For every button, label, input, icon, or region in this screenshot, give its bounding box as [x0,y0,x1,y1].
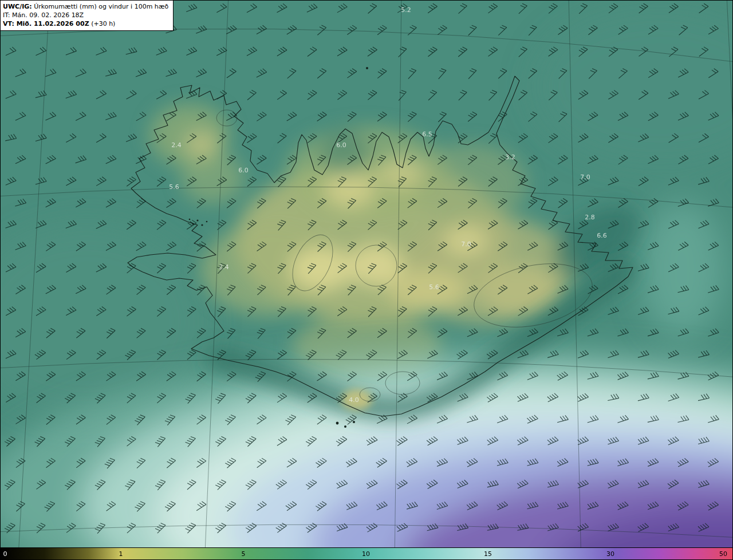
model-name: UWC/IG: [3,3,32,10]
precipitation-wind-map: 5.26.56.02.43.26.07.05.62.86.67.02.45.64… [1,1,733,560]
map-value-label: 7.0 [461,240,471,248]
product-title: Úrkomumætti (mm) og vindur i 100m hæð [34,3,168,10]
colorbar-tick-labels: 01510153050 [1,548,732,559]
map-value-label: 3.2 [505,153,515,161]
colorbar-tick-label: 15 [484,550,492,558]
precipitation-colorbar: 01510153050 [1,547,732,559]
map-value-label: 2.4 [171,141,182,149]
colorbar-tick-label: 1 [119,550,123,558]
map-value-label: 5.2 [401,6,411,14]
valid-offset: (+30 h) [91,20,115,27]
map-value-label: 6.6 [597,232,607,239]
weather-map-page: 5.26.56.02.43.26.07.05.62.86.67.02.45.64… [0,0,733,560]
colorbar-tick-label: 50 [719,550,727,558]
map-value-label: 6.0 [238,167,249,174]
map-value-label: 6.0 [336,141,346,149]
map-value-label: 6.5 [422,131,432,138]
colorbar-tick-label: 0 [3,550,7,558]
valid-time: VT: Mið. 11.02.2026 00Z [3,20,89,27]
colorbar-tick-label: 10 [362,550,370,558]
map-value-label: 4.0 [349,396,359,404]
model-info-box: UWC/IG: Úrkomumætti (mm) og vindur i 100… [1,1,174,31]
map-value-label: 5.6 [169,183,179,191]
colorbar-tick-label: 5 [242,550,246,558]
colorbar-tick-label: 30 [606,550,614,558]
valid-time-line: VT: Mið. 11.02.2026 00Z (+30 h) [3,19,168,28]
init-time-line: IT: Mán. 09. 02. 2026 18Z [3,11,168,19]
map-value-label: 2.8 [585,214,595,221]
map-value-label: 2.4 [219,263,229,271]
map-value-label: 5.6 [429,283,439,291]
map-value-label: 7.0 [580,173,590,181]
product-line: UWC/IG: Úrkomumætti (mm) og vindur i 100… [3,2,168,11]
